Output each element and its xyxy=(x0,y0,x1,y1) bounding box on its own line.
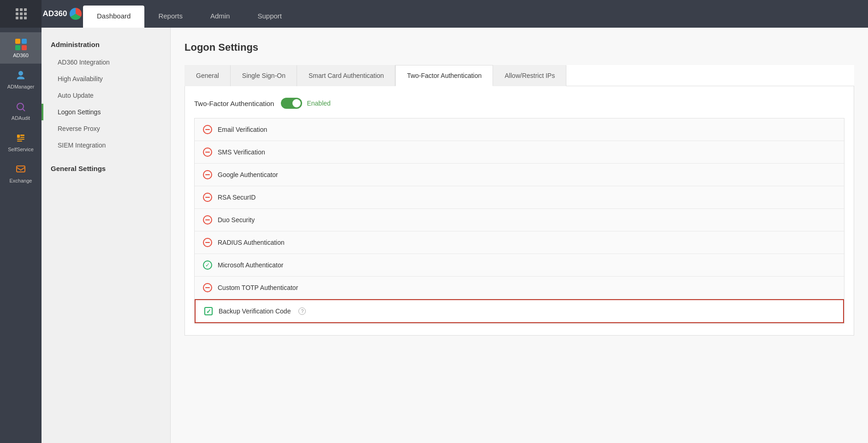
email-status-icon xyxy=(203,125,212,134)
svg-rect-6 xyxy=(17,141,22,142)
auth-item-duo[interactable]: Duo Security xyxy=(195,209,844,231)
svg-rect-7 xyxy=(17,166,25,172)
left-menu: Administration AD360 Integration High Av… xyxy=(42,28,171,443)
tab-general[interactable]: General xyxy=(184,65,231,86)
check-box-icon-backup: ✓ xyxy=(204,307,213,315)
tab-allow-restrict[interactable]: Allow/Restrict IPs xyxy=(493,65,566,86)
auth-label-custom-totp: Custom TOTP Authenticator xyxy=(218,284,298,291)
tab-smart-card[interactable]: Smart Card Authentication xyxy=(297,65,395,86)
auth-item-rsa[interactable]: RSA SecurID xyxy=(195,186,844,209)
svg-rect-2 xyxy=(17,135,20,138)
brand-logo-circle xyxy=(70,8,82,20)
duo-status-icon xyxy=(203,215,212,224)
sidebar-item-label-exchange: Exchange xyxy=(10,178,32,183)
no-icon-sms xyxy=(203,148,212,157)
section-title-administration: Administration xyxy=(42,37,170,52)
svg-rect-3 xyxy=(20,135,24,136)
sidebar-item-label-admanager: ADManager xyxy=(7,84,35,89)
menu-item-ad360-integration[interactable]: AD360 Integration xyxy=(42,54,170,71)
menu-item-reverse-proxy[interactable]: Reverse Proxy xyxy=(42,120,170,137)
section-title-general-settings: General Settings xyxy=(42,161,170,176)
sidebar-item-exchange[interactable]: Exchange xyxy=(0,158,42,189)
nav-tab-support[interactable]: Support xyxy=(244,6,296,28)
no-icon-radius xyxy=(203,238,212,247)
menu-item-siem-integration[interactable]: SIEM Integration xyxy=(42,137,170,154)
auth-label-sms: SMS Verification xyxy=(218,148,265,156)
nav-tab-admin[interactable]: Admin xyxy=(196,6,244,28)
admanager-icon xyxy=(14,69,27,82)
no-icon-duo xyxy=(203,215,212,224)
auth-label-rsa: RSA SecurID xyxy=(218,194,256,201)
tab-bar: General Single Sign-On Smart Card Authen… xyxy=(184,65,854,86)
content-wrapper: Administration AD360 Integration High Av… xyxy=(42,28,868,443)
sidebar: AD360 ADManager ADAudit xyxy=(0,0,42,443)
menu-item-logon-settings[interactable]: Logon Settings xyxy=(42,104,170,120)
toggle-status-text: Enabled xyxy=(307,100,330,107)
adaudit-icon xyxy=(14,100,27,113)
help-icon-backup[interactable]: ? xyxy=(298,307,306,315)
no-icon-email xyxy=(203,125,212,134)
nav-tab-reports[interactable]: Reports xyxy=(144,6,196,28)
radius-status-icon xyxy=(203,238,212,247)
auth-label-backup-code: Backup Verification Code xyxy=(219,307,291,315)
auth-label-duo: Duo Security xyxy=(218,216,255,224)
auth-label-microsoft: Microsoft Authenticator xyxy=(218,261,283,269)
auth-item-microsoft[interactable]: ✓ Microsoft Authenticator xyxy=(195,254,844,277)
sms-status-icon xyxy=(203,148,212,157)
tfa-toggle[interactable] xyxy=(281,98,302,109)
sidebar-item-admanager[interactable]: ADManager xyxy=(0,64,42,95)
tab-sso[interactable]: Single Sign-On xyxy=(231,65,297,86)
rsa-status-icon xyxy=(203,193,212,202)
menu-item-high-availability[interactable]: High Availability xyxy=(42,71,170,87)
yes-icon-microsoft: ✓ xyxy=(203,260,212,270)
two-factor-panel: Two-Factor Authentication Enabled xyxy=(184,86,854,336)
backup-code-status-icon: ✓ xyxy=(204,307,213,316)
auth-label-email: Email Verification xyxy=(218,126,267,133)
nav-tab-dashboard[interactable]: Dashboard xyxy=(83,6,144,28)
sidebar-item-adaudit[interactable]: ADAudit xyxy=(0,95,42,126)
auth-item-backup-code[interactable]: ✓ Backup Verification Code ? xyxy=(195,299,844,323)
svg-rect-5 xyxy=(17,139,24,140)
auth-item-custom-totp[interactable]: Custom TOTP Authenticator xyxy=(195,277,844,299)
auth-label-radius: RADIUS Authentication xyxy=(218,239,285,246)
no-icon-custom-totp xyxy=(203,283,212,292)
svg-line-1 xyxy=(23,109,25,112)
auth-item-google[interactable]: Google Authenticator xyxy=(195,164,844,186)
grid-icon xyxy=(16,8,26,19)
menu-item-auto-update[interactable]: Auto Update xyxy=(42,87,170,104)
tfa-toggle-label: Two-Factor Authentication xyxy=(194,100,274,107)
auth-methods-list: Email Verification SMS Verification xyxy=(194,118,844,324)
top-nav: AD360 Dashboard Reports Admin Support xyxy=(42,0,868,28)
top-brand: AD360 xyxy=(42,0,83,28)
sidebar-nav: AD360 ADManager ADAudit xyxy=(0,32,42,189)
sidebar-item-label-selfservice: SelfService xyxy=(8,147,34,152)
selfservice-icon xyxy=(14,132,27,145)
no-icon-google xyxy=(203,170,212,179)
auth-item-sms[interactable]: SMS Verification xyxy=(195,141,844,164)
toggle-knob xyxy=(292,99,301,107)
no-icon-rsa xyxy=(203,193,212,202)
sidebar-item-label-ad360: AD360 xyxy=(13,53,29,58)
auth-item-email[interactable]: Email Verification xyxy=(195,118,844,141)
sidebar-item-label-adaudit: ADAudit xyxy=(12,115,30,121)
custom-totp-status-icon xyxy=(203,283,212,292)
brand-text: AD360 xyxy=(43,9,67,18)
microsoft-status-icon: ✓ xyxy=(203,260,212,270)
tab-two-factor[interactable]: Two-Factor Authentication xyxy=(395,65,493,86)
sidebar-item-selfservice[interactable]: SelfService xyxy=(0,126,42,158)
app-logo-area xyxy=(0,0,42,28)
auth-label-google: Google Authenticator xyxy=(218,171,278,178)
toggle-wrap: Enabled xyxy=(281,98,330,109)
exchange-icon xyxy=(14,163,27,176)
google-status-icon xyxy=(203,170,212,179)
main-wrapper: AD360 Dashboard Reports Admin Support Ad… xyxy=(42,0,868,443)
svg-rect-4 xyxy=(20,137,24,138)
ad360-icon xyxy=(14,38,27,51)
svg-point-0 xyxy=(17,103,24,110)
tfa-toggle-row: Two-Factor Authentication Enabled xyxy=(194,98,844,109)
auth-item-radius[interactable]: RADIUS Authentication xyxy=(195,231,844,254)
main-content: Logon Settings General Single Sign-On Sm… xyxy=(171,28,868,443)
sidebar-item-ad360[interactable]: AD360 xyxy=(0,32,42,64)
page-title: Logon Settings xyxy=(184,41,854,53)
